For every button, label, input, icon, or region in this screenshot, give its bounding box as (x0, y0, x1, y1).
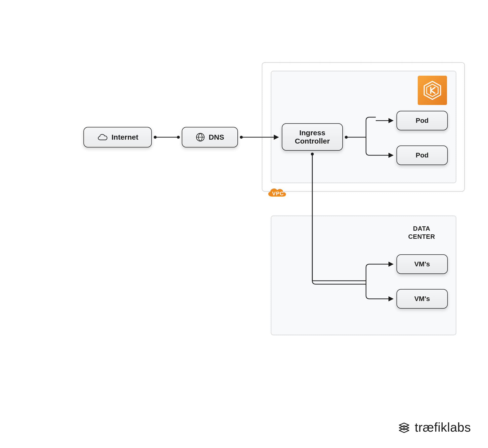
datacenter-label: DATA CENTER (402, 225, 441, 240)
dns-node: DNS (182, 127, 238, 147)
brand-text: træfiklabs (415, 420, 471, 435)
svg-point-5 (177, 136, 180, 139)
cloud-icon (97, 133, 108, 141)
dns-label: DNS (209, 133, 224, 142)
pod1-label: Pod (416, 117, 429, 125)
svg-point-7 (240, 136, 243, 139)
vm1-label: VM's (414, 260, 430, 268)
internet-node: Internet (83, 127, 152, 147)
brand-logo: træfiklabs (398, 420, 471, 435)
ingress-controller-node: Ingress Controller (282, 123, 343, 151)
vpc-badge: VPC (265, 185, 288, 200)
svg-point-4 (154, 136, 157, 139)
vpc-label: VPC (272, 190, 284, 197)
internet-label: Internet (112, 133, 138, 142)
ingress-label: Ingress Controller (295, 129, 330, 146)
traefik-mark-icon (398, 421, 410, 434)
eks-icon (418, 76, 447, 105)
svg-marker-1 (427, 84, 438, 96)
vm2-label: VM's (414, 295, 430, 303)
pod-node-2: Pod (396, 146, 448, 165)
pod2-label: Pod (416, 151, 429, 159)
globe-icon (195, 132, 205, 142)
pod-node-1: Pod (396, 111, 448, 130)
vm-node-2: VM's (396, 289, 448, 309)
hexagon-k-icon (422, 80, 443, 101)
vm-node-1: VM's (396, 254, 448, 274)
